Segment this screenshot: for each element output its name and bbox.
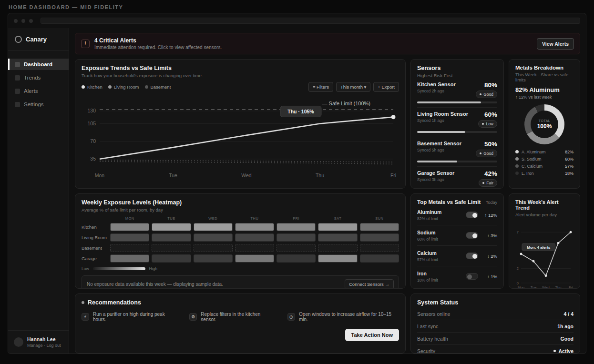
svg-text:0: 0: [517, 281, 519, 285]
filter-icon: ⚙: [189, 313, 197, 321]
sidebar: Canary Dashboard Trends Alerts Settings: [8, 28, 69, 354]
metal-toggle[interactable]: [466, 212, 478, 218]
sidebar-item-label: Dashboard: [24, 61, 52, 67]
take-action-button[interactable]: Take Action Now: [345, 329, 399, 341]
legend-dot: [108, 85, 112, 89]
card-subtitle: Highest Risk First: [417, 73, 497, 78]
svg-text:Thu · 105%: Thu · 105%: [287, 109, 314, 114]
progress-bar: [417, 101, 497, 103]
main-content: ! 4 Critical Alerts Immediate attention …: [69, 28, 586, 354]
status-badge: Good: [476, 91, 497, 98]
alert-banner-title: 4 Critical Alerts: [94, 37, 222, 44]
export-button[interactable]: + Export: [373, 82, 399, 92]
sidebar-item-trends[interactable]: Trends: [8, 72, 69, 83]
legend-item-kitchen[interactable]: Kitchen: [82, 84, 102, 90]
heatmap-cell: [235, 223, 274, 231]
status-badge: Good: [476, 150, 497, 157]
status-row-security: Security Active: [417, 345, 574, 354]
metal-toggle[interactable]: [466, 232, 478, 239]
sensor-row-kitchen[interactable]: Kitchen Sensor Synced 2h ago 80% Good: [417, 78, 497, 108]
sensor-row-basement[interactable]: Basement Sensor Synced 5h ago 50% Good: [417, 137, 497, 167]
metals-headline: 82% Aluminum: [515, 86, 574, 93]
heatmap-cell: [152, 233, 191, 242]
sidebar-item-settings[interactable]: Settings: [8, 99, 69, 110]
heatmap-row-label: Basement: [82, 245, 110, 251]
sidebar-item-alerts[interactable]: Alerts: [8, 85, 69, 97]
svg-text:Fri: Fri: [390, 172, 396, 178]
legend-dot: [82, 85, 85, 89]
heatmap-cell: [277, 233, 316, 242]
svg-text:Mon: Mon: [95, 172, 105, 178]
brand: Canary: [8, 28, 69, 51]
sensor-value: 42%: [479, 170, 497, 177]
metal-row-aluminum: Aluminum 82% of limit ↑ 12%: [417, 205, 497, 225]
legend-dot: [515, 172, 519, 175]
heatmap-cell: [360, 223, 399, 231]
status-dot: [480, 93, 481, 95]
svg-text:Thu: Thu: [316, 172, 324, 178]
sensor-row-living-room[interactable]: Living Room Sensor Synced 1h ago 60% Low: [417, 108, 497, 137]
card-subtitle: Average % of safe limit per room, by day: [82, 207, 399, 212]
sensor-row-garage[interactable]: Garage Sensor Synced 3h ago 42% Fair: [417, 167, 497, 189]
svg-text:Thu: Thu: [555, 285, 562, 289]
heatmap-cell: [194, 254, 233, 263]
chart-legend: Kitchen Living Room Basement: [82, 84, 171, 90]
heatmap-cell: [318, 233, 357, 242]
browser-chrome: [8, 13, 586, 28]
heatmap-card: Weekly Exposure Levels (Heatmap) Average…: [75, 193, 406, 289]
period-dropdown[interactable]: This month ▾: [336, 82, 370, 92]
heatmap-grid: MON TUE WED THU FRI SAT SUN Kitchen: [82, 216, 399, 263]
filters-button[interactable]: ≡ Filters: [308, 82, 333, 92]
sensor-value: 80%: [476, 81, 497, 89]
window-control-dot[interactable]: [14, 19, 18, 23]
view-alerts-button[interactable]: View Alerts: [537, 38, 574, 50]
clock-icon: ◷: [287, 313, 295, 321]
heatmap-cell: [235, 254, 274, 263]
trend-value: ↑ 1%: [478, 274, 497, 279]
recommendation-item: ◷ Open windows to increase airflow for 1…: [287, 312, 399, 322]
heatmap-cell: [194, 244, 233, 252]
svg-text:Mon: Mon: [518, 285, 525, 289]
alert-trend-card: This Week's Alert Trend Alert volume per…: [509, 193, 580, 289]
metal-toggle[interactable]: [466, 253, 478, 259]
connect-sensors-button[interactable]: Connect Sensors →: [345, 279, 394, 289]
trends-icon: [15, 75, 20, 81]
alert-banner-subtitle: Immediate attention required. Click to v…: [94, 45, 222, 50]
critical-alerts-banner[interactable]: ! 4 Critical Alerts Immediate attention …: [75, 33, 580, 54]
metal-toggle[interactable]: [466, 273, 478, 280]
sidebar-item-dashboard[interactable]: Dashboard: [8, 59, 69, 70]
bullet-icon: [82, 301, 84, 304]
heatmap-cell: [318, 254, 357, 263]
sensors-card: Sensors Highest Risk First Kitchen Senso…: [410, 59, 504, 189]
legend-item-basement[interactable]: Basement: [145, 84, 171, 90]
donut-legend-item: A. Aluminum82%: [515, 148, 574, 155]
metal-row-sodium: Sodium 68% of limit ↑ 3%: [417, 225, 497, 246]
user-links[interactable]: Manage · Log out: [27, 343, 61, 348]
card-title: Recommendations: [88, 299, 141, 306]
card-title: Weekly Exposure Levels (Heatmap): [82, 199, 399, 206]
trend-value: ↓ 2%: [478, 253, 497, 259]
svg-text:7: 7: [517, 230, 519, 234]
heatmap-cell: [110, 244, 149, 252]
status-row-sensors-online: Sensors online 4 / 4: [417, 308, 574, 320]
window-control-dot[interactable]: [21, 19, 25, 23]
alerts-icon: [15, 89, 20, 94]
heatmap-cell: [277, 244, 316, 252]
recommendations-card: Recommendations ⚡ Run a purifier on high…: [75, 293, 406, 354]
period-label: Today: [486, 200, 497, 205]
donut-legend-item: S. Sodium68%: [515, 155, 574, 162]
heatmap-cell: [277, 223, 316, 231]
app-window: Canary Dashboard Trends Alerts Settings: [8, 13, 586, 354]
heatmap-cell: [360, 254, 399, 263]
legend-item-living-room[interactable]: Living Room: [108, 84, 139, 90]
window-control-dot[interactable]: [29, 19, 33, 23]
toggle-knob: [472, 213, 477, 218]
address-bar[interactable]: [41, 18, 580, 24]
heatmap-cell: [360, 233, 399, 242]
metal-row-iron: Iron 18% of limit ↑ 1%: [417, 266, 497, 286]
legend-dot: [515, 150, 519, 153]
svg-text:Tue: Tue: [169, 172, 177, 178]
card-title: Sensors: [417, 65, 497, 71]
toggle-knob: [472, 233, 477, 238]
card-subtitle: Track how your household's exposure is c…: [82, 73, 399, 78]
